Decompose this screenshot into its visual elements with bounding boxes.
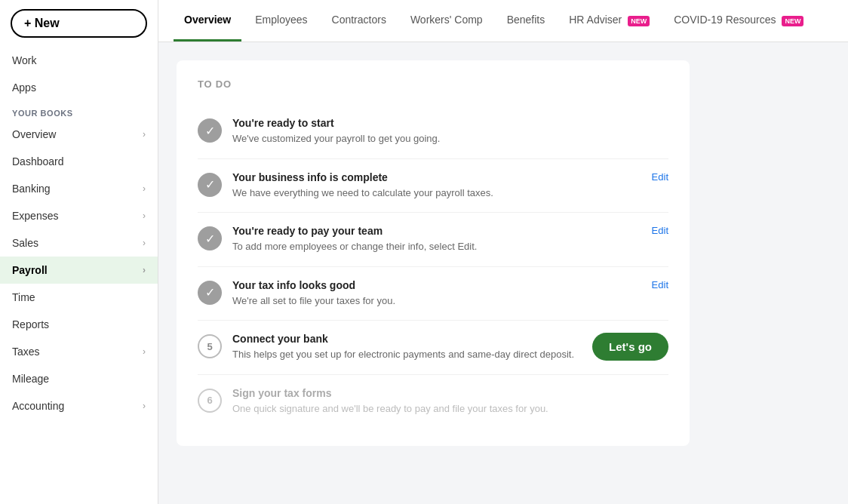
tab-hr-adviser[interactable]: HR Adviser NEW bbox=[558, 0, 660, 41]
todo-item-pay-team: ✓ You're ready to pay your team To add m… bbox=[198, 213, 668, 267]
todo-item-title: Connect your bank bbox=[232, 333, 582, 345]
todo-item-title: Your tax info looks good bbox=[232, 279, 641, 291]
todo-item-title: Your business info is complete bbox=[232, 171, 641, 183]
todo-item-desc: We're all set to file your taxes for you… bbox=[232, 293, 641, 309]
todo-step-number-icon: 6 bbox=[198, 389, 222, 413]
todo-item-desc: One quick signature and we'll be ready t… bbox=[232, 401, 658, 416]
sidebar-item-time[interactable]: Time bbox=[0, 284, 158, 311]
todo-checkmark-icon: ✓ bbox=[198, 173, 222, 197]
your-books-section-label: YOUR BOOKS bbox=[0, 101, 158, 121]
sidebar-item-expenses[interactable]: Expenses › bbox=[0, 202, 158, 229]
chevron-icon: › bbox=[143, 265, 146, 275]
tab-workers-comp[interactable]: Workers' Comp bbox=[400, 0, 493, 41]
todo-checkmark-icon: ✓ bbox=[198, 118, 222, 143]
sidebar-item-accounting[interactable]: Accounting › bbox=[0, 392, 158, 419]
chevron-icon: › bbox=[143, 183, 146, 194]
sidebar-item-payroll[interactable]: Payroll › bbox=[0, 257, 158, 284]
sidebar-item-reports[interactable]: Reports bbox=[0, 311, 158, 338]
todo-item-desc: To add more employees or change their in… bbox=[232, 239, 641, 254]
new-button[interactable]: + New bbox=[11, 9, 147, 38]
chevron-icon: › bbox=[143, 401, 146, 411]
todo-checkmark-icon: ✓ bbox=[198, 281, 222, 305]
hr-adviser-badge: NEW bbox=[628, 16, 650, 26]
lets-go-button[interactable]: Let's go bbox=[592, 333, 668, 361]
edit-business-info-link[interactable]: Edit bbox=[652, 171, 668, 183]
tab-covid[interactable]: COVID-19 Resources NEW bbox=[663, 0, 814, 41]
todo-item-desc: We've customized your payroll to get you… bbox=[232, 131, 658, 146]
todo-section-title: TO DO bbox=[198, 78, 668, 90]
chevron-icon: › bbox=[143, 129, 146, 140]
tab-benefits[interactable]: Benefits bbox=[496, 0, 556, 41]
sidebar-item-taxes[interactable]: Taxes › bbox=[0, 338, 158, 365]
todo-item-desc: We have everything we need to calculate … bbox=[232, 186, 641, 201]
covid-badge: NEW bbox=[782, 16, 803, 26]
tab-overview[interactable]: Overview bbox=[174, 0, 241, 41]
content-area: TO DO ✓ You're ready to start We've cust… bbox=[158, 42, 848, 504]
todo-card: TO DO ✓ You're ready to start We've cust… bbox=[177, 60, 690, 446]
edit-tax-info-link[interactable]: Edit bbox=[652, 279, 668, 290]
sidebar-item-work[interactable]: Work bbox=[0, 47, 158, 74]
chevron-icon: › bbox=[143, 346, 146, 357]
tab-contractors[interactable]: Contractors bbox=[321, 0, 397, 41]
todo-item-title: You're ready to start bbox=[232, 117, 658, 129]
todo-item-sign-tax-forms: 6 Sign your tax forms One quick signatur… bbox=[198, 375, 668, 429]
todo-item-desc: This helps get you set up for electronic… bbox=[232, 347, 582, 362]
todo-item-tax-info: ✓ Your tax info looks good We're all set… bbox=[198, 267, 668, 321]
sidebar-item-overview[interactable]: Overview › bbox=[0, 121, 158, 148]
todo-item-ready-to-start: ✓ You're ready to start We've customized… bbox=[198, 105, 668, 159]
todo-item-title: Sign your tax forms bbox=[232, 387, 658, 399]
sidebar: + New Work Apps YOUR BOOKS Overview › Da… bbox=[0, 0, 158, 504]
chevron-icon: › bbox=[143, 211, 146, 221]
todo-checkmark-icon: ✓ bbox=[198, 226, 222, 250]
sidebar-item-mileage[interactable]: Mileage bbox=[0, 365, 158, 392]
chevron-icon: › bbox=[143, 238, 146, 248]
sidebar-item-dashboard[interactable]: Dashboard bbox=[0, 148, 158, 175]
sidebar-item-apps[interactable]: Apps bbox=[0, 74, 158, 101]
todo-item-business-info: ✓ Your business info is complete We have… bbox=[198, 159, 668, 214]
todo-step-number-icon: 5 bbox=[198, 334, 222, 358]
top-nav: Overview Employees Contractors Workers' … bbox=[158, 0, 848, 42]
edit-pay-team-link[interactable]: Edit bbox=[652, 225, 668, 236]
sidebar-item-banking[interactable]: Banking › bbox=[0, 175, 158, 202]
todo-item-connect-bank: 5 Connect your bank This helps get you s… bbox=[198, 321, 668, 375]
tab-employees[interactable]: Employees bbox=[244, 0, 318, 41]
todo-item-title: You're ready to pay your team bbox=[232, 225, 641, 237]
sidebar-item-sales[interactable]: Sales › bbox=[0, 229, 158, 257]
main-content: Overview Employees Contractors Workers' … bbox=[158, 0, 848, 504]
